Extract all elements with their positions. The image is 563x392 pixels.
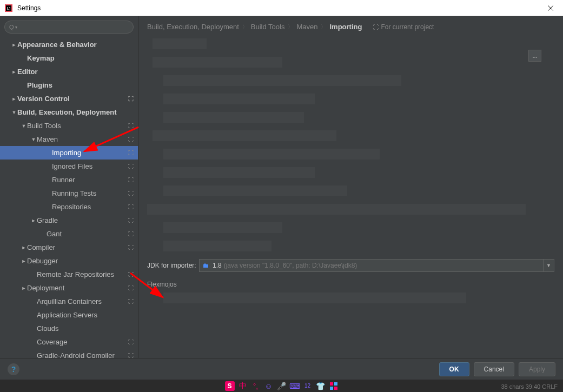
tree-item-maven[interactable]: ▼Maven⛶	[0, 132, 138, 146]
breadcrumb-current: Importing	[329, 23, 362, 31]
tree-label: Compiler	[27, 243, 138, 251]
project-scope-icon: ⛶	[128, 123, 134, 129]
tree-item-ignored-files[interactable]: Ignored Files⛶	[0, 160, 138, 173]
search-dropdown-icon: ▾	[15, 25, 17, 30]
tree-label: Running Tests	[52, 189, 138, 197]
tree-item-gradle[interactable]: ►Gradle⛶	[0, 214, 138, 227]
tree-arrow-icon: ►	[21, 245, 27, 250]
close-icon	[548, 5, 553, 11]
cal-icon[interactable]: 12	[303, 381, 313, 391]
breadcrumb: Build, Execution, Deployment 〉 Build Too…	[147, 23, 554, 31]
ok-button[interactable]: OK	[439, 362, 469, 376]
status-text: 38 chars 39:40 CRLF	[501, 383, 558, 390]
project-scope-icon: ⛶	[128, 163, 134, 169]
for-project-label: For current project	[381, 23, 434, 31]
apply-button[interactable]: Apply	[519, 362, 555, 376]
project-scope-icon: ⛶	[128, 177, 134, 183]
tree-item-build-tools[interactable]: ▼Build Tools⛶	[0, 119, 138, 132]
tree-item-runner[interactable]: Runner⛶	[0, 173, 138, 187]
project-scope-icon: ⛶	[128, 339, 134, 345]
tree-item-arquillian-containers[interactable]: Arquillian Containers⛶	[0, 295, 138, 308]
tree-label: Remote Jar Repositories	[37, 270, 138, 278]
svg-rect-8	[334, 382, 337, 386]
tree-arrow-icon: ▼	[21, 123, 27, 129]
tree-item-plugins[interactable]: Plugins	[0, 78, 138, 92]
grid-icon[interactable]	[329, 381, 339, 391]
tree-item-coverage[interactable]: Coverage⛶	[0, 335, 138, 349]
tree-label: Maven	[37, 135, 138, 143]
jdk-path: (java version "1.8.0_60", path: D:\Javae…	[224, 262, 357, 269]
keyboard-icon[interactable]: ⌨	[290, 381, 300, 391]
emoji-icon[interactable]: ☺	[264, 381, 274, 391]
tree-item-application-servers[interactable]: Application Servers	[0, 308, 138, 322]
tree-item-repositories[interactable]: Repositories⛶	[0, 200, 138, 214]
tree-label: Runner	[52, 176, 138, 184]
tree-item-debugger[interactable]: ►Debugger	[0, 254, 138, 268]
mic-icon[interactable]: 🎤	[277, 381, 287, 391]
tree-label: Gant	[47, 230, 138, 238]
breadcrumb-part[interactable]: Build, Execution, Deployment	[147, 23, 239, 31]
project-scope-icon: ⛶	[128, 190, 134, 196]
tree-label: Deployment	[27, 284, 138, 292]
tree-label: Clouds	[37, 324, 138, 333]
folder-icon: 🖿	[203, 262, 209, 269]
titlebar: IJ Settings	[0, 0, 563, 16]
jdk-importer-row: JDK for importer: 🖿 1.8 (java version "1…	[147, 259, 554, 272]
tree-label: Plugins	[27, 81, 138, 89]
content-panel: Build, Execution, Deployment 〉 Build Too…	[138, 16, 563, 358]
lang-icon[interactable]: 中	[238, 381, 248, 391]
jdk-dropdown-arrow[interactable]: ▼	[544, 259, 554, 272]
tree-item-deployment[interactable]: ►Deployment⛶	[0, 281, 138, 295]
tree-item-gradle-android-compiler[interactable]: Gradle-Android Compiler⛶	[0, 349, 138, 358]
breadcrumb-part[interactable]: Build Tools	[251, 23, 285, 31]
tree-arrow-icon: ►	[30, 218, 37, 223]
tree-item-keymap[interactable]: Keymap	[0, 51, 138, 65]
punct-icon[interactable]: °,	[251, 381, 261, 391]
project-scope-icon: ⛶	[128, 353, 134, 358]
project-scope-icon: ⛶	[128, 217, 134, 223]
tree-arrow-icon: ►	[21, 285, 27, 291]
tree-arrow-icon: ►	[11, 96, 17, 102]
ime-icon[interactable]: S	[225, 381, 235, 391]
help-button[interactable]: ?	[8, 363, 19, 375]
jdk-select[interactable]: 🖿 1.8 (java version "1.8.0_60", path: D:…	[199, 259, 544, 272]
for-current-project: ⛶ For current project	[373, 23, 434, 31]
tree-label: Keymap	[27, 54, 138, 62]
tree-item-running-tests[interactable]: Running Tests⛶	[0, 187, 138, 200]
tree-label: Version Control	[17, 95, 138, 103]
tree-item-editor[interactable]: ►Editor	[0, 65, 138, 78]
close-button[interactable]	[542, 0, 559, 16]
tree-item-version-control[interactable]: ►Version Control⛶	[0, 92, 138, 105]
tree-label: Appearance & Behavior	[17, 41, 138, 49]
dialog-footer: ? OK Cancel Apply	[0, 358, 563, 380]
tree-item-compiler[interactable]: ►Compiler⛶	[0, 241, 138, 254]
svg-text:IJ: IJ	[6, 6, 10, 11]
tree-label: Repositories	[52, 203, 138, 211]
tree-item-clouds[interactable]: Clouds	[0, 322, 138, 335]
jdk-label: JDK for importer:	[147, 262, 199, 269]
search-input[interactable]: Q ▾	[4, 21, 134, 34]
chevron-right-icon: 〉	[321, 23, 326, 31]
tree-item-build-execution-deployment[interactable]: ▼Build, Execution, Deployment	[0, 105, 138, 119]
tree-label: Arquillian Containers	[37, 297, 138, 305]
jdk-version: 1.8	[213, 262, 222, 269]
window-title: Settings	[17, 4, 542, 12]
tree-label: Application Servers	[37, 311, 138, 319]
project-scope-icon: ⛶	[128, 244, 134, 250]
tree-arrow-icon: ►	[21, 258, 27, 264]
tree-item-gant[interactable]: Gant⛶	[0, 227, 138, 241]
flexmojos-label: Flexmojos	[147, 281, 554, 288]
tree-label: Build Tools	[27, 122, 138, 130]
breadcrumb-part[interactable]: Maven	[296, 23, 317, 31]
tree-label: Gradle	[37, 216, 138, 224]
shirt-icon[interactable]: 👕	[316, 381, 326, 391]
cancel-button[interactable]: Cancel	[474, 362, 514, 376]
tree-item-remote-jar-repositories[interactable]: Remote Jar Repositories⛶	[0, 268, 138, 281]
os-taskbar: S 中 °, ☺ 🎤 ⌨ 12 👕 38 chars 39:40 CRLF	[0, 380, 563, 392]
settings-tree[interactable]: ►Appearance & BehaviorKeymap►EditorPlugi…	[0, 38, 138, 358]
project-scope-icon: ⛶	[128, 204, 134, 210]
tree-item-appearance-behavior[interactable]: ►Appearance & Behavior	[0, 38, 138, 51]
tree-item-importing[interactable]: Importing⛶	[0, 146, 138, 160]
tree-label: Debugger	[27, 257, 138, 265]
chevron-right-icon: 〉	[288, 23, 293, 31]
